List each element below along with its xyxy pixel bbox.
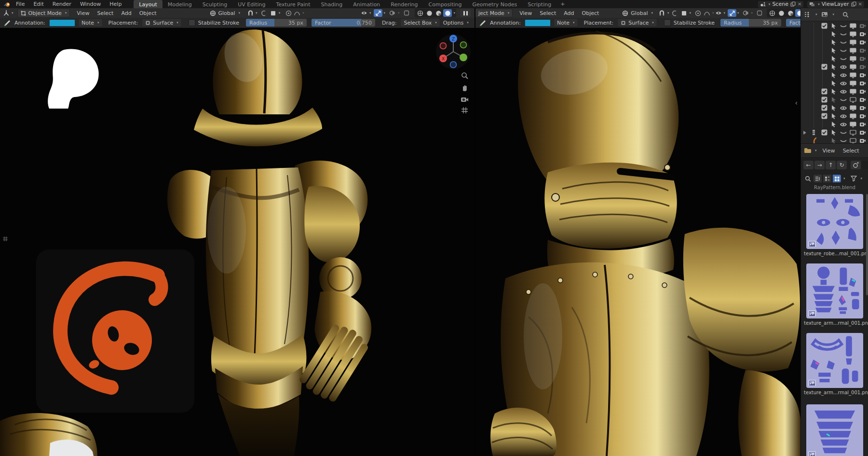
hide-viewport-eye-icon[interactable] [839, 130, 848, 136]
disable-viewport-screen-icon[interactable] [848, 72, 858, 78]
file-item[interactable]: texture_arm...rmal_001.pn [804, 333, 866, 395]
outliner-row[interactable] [801, 87, 868, 96]
texture-thumbnail[interactable] [806, 263, 863, 318]
outliner-row[interactable] [801, 46, 868, 55]
disable-viewport-screen-icon[interactable] [848, 23, 858, 29]
orientation-dropdown[interactable]: Global ▾ [619, 9, 656, 17]
selectable-toggle-icon[interactable] [829, 88, 839, 95]
shading-material-icon[interactable] [786, 9, 795, 17]
snap-with-icon[interactable] [260, 9, 269, 17]
exclude-checkbox[interactable] [819, 129, 829, 136]
search-icon[interactable] [803, 175, 812, 182]
outliner-row[interactable] [801, 120, 868, 128]
selectable-toggle-icon[interactable] [829, 129, 839, 136]
annotation-pencil-icon[interactable] [3, 19, 12, 27]
selectable-toggle-icon[interactable] [829, 72, 839, 78]
texture-thumbnail[interactable] [806, 333, 863, 388]
exclude-checkbox[interactable] [819, 113, 829, 119]
file-browser-scrollbar[interactable] [866, 194, 868, 295]
navigation-gizmo[interactable]: Z X [433, 31, 474, 72]
hide-viewport-eye-icon[interactable] [839, 138, 848, 144]
menu-select[interactable]: Select [93, 10, 117, 16]
hide-viewport-eye-icon[interactable] [839, 97, 848, 103]
file-item[interactable] [804, 404, 866, 456]
viewport-3d-left[interactable]: Z X [0, 28, 475, 456]
annotation-layer-dropdown[interactable]: Note ▾ [78, 18, 103, 27]
blender-app-icon[interactable] [2, 0, 12, 8]
disable-render-camera-icon[interactable] [858, 72, 868, 78]
menu-window[interactable]: Window [76, 1, 105, 7]
hide-viewport-eye-icon[interactable] [839, 81, 848, 86]
exclude-checkbox[interactable] [819, 88, 829, 95]
exclude-checkbox[interactable] [819, 64, 829, 70]
factor-slider[interactable]: Factor [786, 19, 800, 27]
outliner-row[interactable] [801, 137, 868, 143]
snap-magnet-icon[interactable] [246, 9, 255, 17]
outliner-row[interactable] [801, 22, 868, 30]
outliner-row[interactable] [801, 112, 868, 120]
selectable-toggle-icon[interactable] [829, 64, 839, 70]
search-icon[interactable] [841, 11, 850, 18]
collection-filter-icon[interactable] [820, 11, 829, 18]
selectable-toggle-icon[interactable] [829, 80, 839, 86]
hide-viewport-eye-icon[interactable] [839, 23, 848, 29]
folder-icon[interactable] [803, 147, 812, 154]
hide-viewport-eye-icon[interactable] [839, 105, 848, 111]
radius-slider[interactable]: Radius 35 px [720, 19, 781, 27]
orientation-dropdown[interactable]: Global ▾ [207, 9, 244, 17]
add-workspace-button[interactable]: + [556, 0, 569, 8]
disable-viewport-screen-icon[interactable] [848, 89, 858, 95]
disable-viewport-screen-icon[interactable] [848, 105, 858, 111]
tab-modeling[interactable]: Modeling [163, 0, 197, 8]
shading-wireframe-icon[interactable] [416, 9, 424, 17]
hide-viewport-eye-icon[interactable] [839, 64, 848, 70]
texture-thumbnail[interactable] [806, 404, 863, 456]
scrolled-file-name[interactable]: RayPattern.blend [801, 185, 868, 192]
refresh-icon[interactable]: ↻ [837, 161, 847, 169]
new-scene-icon[interactable] [790, 1, 796, 7]
tab-sculpting[interactable]: Sculpting [197, 0, 232, 8]
remove-viewlayer-icon[interactable]: ✕ [858, 1, 862, 7]
filter-funnel-icon[interactable] [850, 175, 858, 182]
editor-type-icon[interactable] [2, 9, 11, 17]
menu-view[interactable]: View [73, 10, 93, 16]
disable-viewport-screen-icon[interactable] [848, 113, 858, 119]
hide-viewport-eye-icon[interactable] [839, 72, 848, 78]
tab-rendering[interactable]: Rendering [385, 0, 423, 8]
hidden-files-toggle[interactable] [862, 161, 868, 169]
menu-edit[interactable]: Edit [29, 1, 48, 7]
show-overlays-icon[interactable] [742, 9, 750, 17]
annotation-color-swatch[interactable] [525, 19, 551, 27]
snap-target-icon[interactable] [679, 9, 688, 17]
tab-uv-editing[interactable]: UV Editing [232, 0, 271, 8]
horizontal-list-display-icon[interactable] [823, 175, 831, 182]
show-gizmo-icon[interactable] [374, 9, 382, 17]
placement-dropdown[interactable]: Surface ▾ [617, 18, 657, 27]
pan-hand-icon[interactable] [461, 84, 469, 92]
menu-render[interactable]: Render [48, 1, 76, 7]
texture-thumbnail[interactable] [806, 194, 863, 249]
exclude-checkbox[interactable] [819, 105, 829, 111]
disable-viewport-screen-icon[interactable] [848, 64, 858, 70]
object-type-visibility-icon[interactable] [360, 9, 368, 17]
file-item[interactable]: texture_robe...mal_001.png [804, 194, 866, 256]
toggle-xray-icon[interactable] [755, 9, 764, 17]
scene-selector[interactable]: ▾ Scene ✕ [758, 1, 803, 8]
viewport-edge-widget[interactable] [2, 236, 8, 242]
selectable-toggle-icon[interactable] [829, 39, 839, 45]
tab-shading[interactable]: Shading [316, 0, 348, 8]
hide-viewport-eye-icon[interactable] [839, 113, 848, 119]
disable-viewport-screen-icon[interactable] [848, 56, 858, 62]
disable-viewport-screen-icon[interactable] [848, 48, 858, 54]
menu-help[interactable]: Help [105, 1, 126, 7]
object-type-visibility-icon[interactable] [714, 9, 723, 17]
placement-dropdown[interactable]: Surface ▾ [142, 18, 181, 27]
tab-layout[interactable]: Layout [134, 0, 162, 8]
tab-texture-paint[interactable]: Texture Paint [271, 0, 316, 8]
outliner-row[interactable] [801, 96, 868, 104]
disable-viewport-screen-icon[interactable] [848, 97, 858, 103]
menu-select[interactable]: Select [536, 10, 560, 16]
shading-rendered-icon[interactable] [795, 9, 800, 17]
show-overlays-icon[interactable] [388, 9, 397, 17]
outliner-row[interactable] [801, 38, 868, 46]
